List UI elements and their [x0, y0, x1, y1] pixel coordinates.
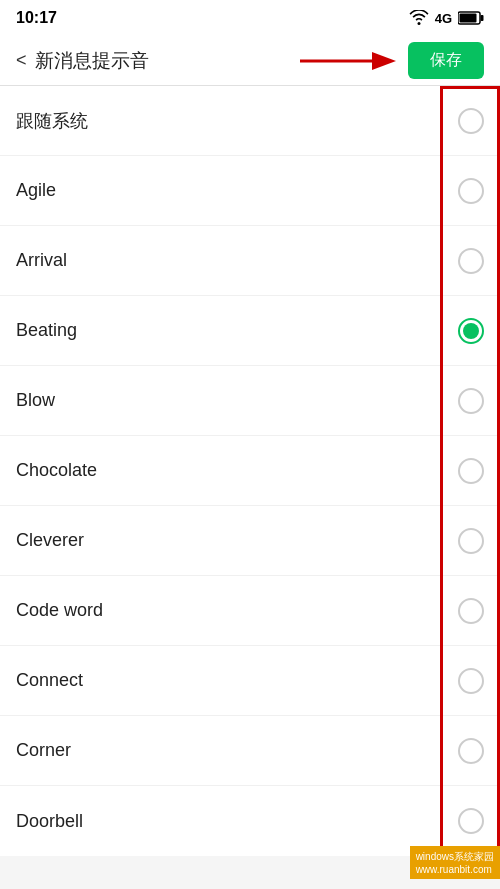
radio-button[interactable] — [458, 808, 484, 834]
list-item[interactable]: Corner — [0, 716, 500, 786]
status-icons: 4G — [409, 10, 484, 26]
item-label: Doorbell — [16, 811, 83, 832]
wifi-icon — [409, 10, 429, 26]
content-list: 跟随系统AgileArrivalBeatingBlowChocolateClev… — [0, 86, 500, 856]
page-title: 新消息提示音 — [35, 48, 149, 74]
item-label: Corner — [16, 740, 71, 761]
list-item[interactable]: Chocolate — [0, 436, 500, 506]
annotation-arrow — [290, 43, 410, 79]
save-button[interactable]: 保存 — [408, 42, 484, 79]
item-label: Blow — [16, 390, 55, 411]
radio-button[interactable] — [458, 668, 484, 694]
list-item[interactable]: Code word — [0, 576, 500, 646]
header: < 新消息提示音 保存 — [0, 36, 500, 86]
radio-button[interactable] — [458, 458, 484, 484]
item-label: 跟随系统 — [16, 109, 88, 133]
list-item[interactable]: Connect — [0, 646, 500, 716]
item-label: Cleverer — [16, 530, 84, 551]
item-label: Agile — [16, 180, 56, 201]
list-item[interactable]: Cleverer — [0, 506, 500, 576]
radio-button[interactable] — [458, 178, 484, 204]
radio-button[interactable] — [458, 388, 484, 414]
status-time: 10:17 — [16, 9, 57, 27]
item-label: Code word — [16, 600, 103, 621]
header-left: < 新消息提示音 — [16, 48, 149, 74]
item-label: Arrival — [16, 250, 67, 271]
list-item[interactable]: Beating — [0, 296, 500, 366]
watermark: windows系统家园 www.ruanbit.com — [410, 846, 500, 879]
radio-button[interactable] — [458, 528, 484, 554]
radio-button[interactable] — [458, 248, 484, 274]
list-item[interactable]: Blow — [0, 366, 500, 436]
svg-rect-1 — [460, 14, 477, 23]
list-item[interactable]: 跟随系统 — [0, 86, 500, 156]
battery-icon — [458, 11, 484, 25]
radio-button[interactable] — [458, 598, 484, 624]
item-label: Connect — [16, 670, 83, 691]
item-label: Beating — [16, 320, 77, 341]
status-bar: 10:17 4G — [0, 0, 500, 36]
list-item[interactable]: Arrival — [0, 226, 500, 296]
radio-button[interactable] — [458, 318, 484, 344]
signal-4g: 4G — [435, 11, 452, 26]
radio-button[interactable] — [458, 108, 484, 134]
radio-button[interactable] — [458, 738, 484, 764]
svg-rect-2 — [481, 15, 484, 21]
back-button[interactable]: < — [16, 50, 27, 71]
list-item[interactable]: Agile — [0, 156, 500, 226]
item-label: Chocolate — [16, 460, 97, 481]
